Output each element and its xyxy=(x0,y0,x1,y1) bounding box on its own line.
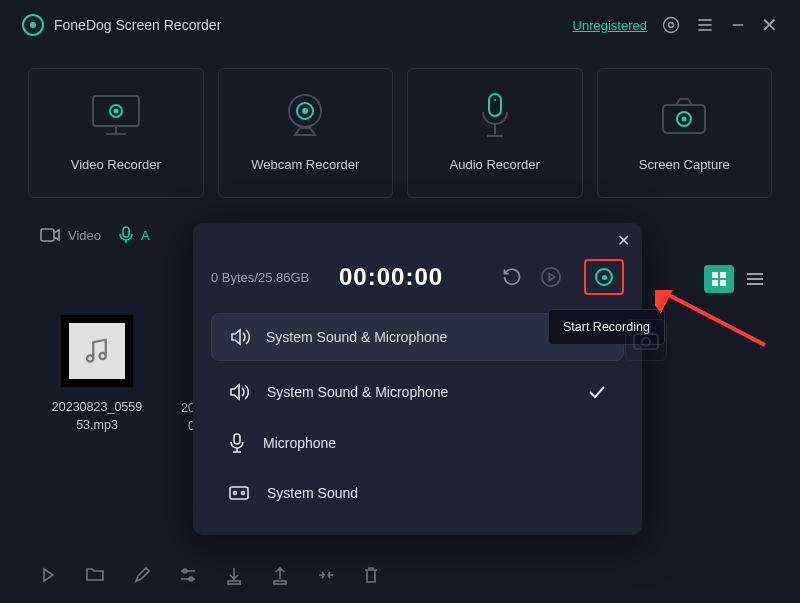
audio-source-dropdown: System Sound & Microphone Microphone Sys… xyxy=(211,367,624,517)
tab-audio-label: A xyxy=(141,228,150,243)
webcam-toggle-button[interactable] xyxy=(625,319,667,361)
svg-point-0 xyxy=(669,23,674,28)
folder-icon[interactable] xyxy=(86,567,104,585)
app-title: FoneDog Screen Recorder xyxy=(54,17,221,33)
check-icon xyxy=(588,385,606,399)
close-icon[interactable]: ✕ xyxy=(761,15,778,35)
sliders-icon[interactable] xyxy=(180,567,196,585)
record-icon xyxy=(595,268,613,286)
play-icon[interactable] xyxy=(40,567,56,585)
svg-line-48 xyxy=(663,292,765,345)
compress-icon[interactable] xyxy=(318,567,334,585)
svg-rect-45 xyxy=(230,487,248,499)
svg-rect-25 xyxy=(720,272,726,278)
svg-point-47 xyxy=(242,492,245,495)
svg-rect-24 xyxy=(712,272,718,278)
start-recording-button[interactable] xyxy=(584,259,624,295)
unregistered-link[interactable]: Unregistered xyxy=(573,18,647,33)
mode-webcam-label: Webcam Recorder xyxy=(251,157,359,172)
minimize-icon[interactable] xyxy=(729,16,747,34)
mode-video-label: Video Recorder xyxy=(71,157,161,172)
view-list-button[interactable] xyxy=(740,265,770,293)
edit-icon[interactable] xyxy=(134,567,150,585)
svg-rect-38 xyxy=(274,581,286,584)
recording-panel: ✕ 0 Bytes/25.86GB 00:00:00 Start Recordi… xyxy=(193,223,642,535)
mode-webcam-recorder[interactable]: Webcam Recorder xyxy=(218,68,394,198)
mode-audio-recorder[interactable]: Audio Recorder xyxy=(407,68,583,198)
tab-video-label: Video xyxy=(68,228,101,243)
option-system-label: System Sound xyxy=(267,485,358,501)
reset-icon[interactable] xyxy=(502,267,522,287)
settings-icon[interactable] xyxy=(661,15,681,35)
play-circle-icon[interactable] xyxy=(540,266,562,288)
file-thumbnail xyxy=(61,315,133,387)
svg-point-31 xyxy=(87,355,93,361)
svg-point-13 xyxy=(302,108,308,114)
file-name-label: 20230823_0559 53.mp3 xyxy=(42,399,152,434)
svg-point-20 xyxy=(682,116,687,121)
trash-icon[interactable] xyxy=(364,567,378,585)
file-item[interactable]: 20230823_0559 53.mp3 xyxy=(42,315,152,434)
audio-source-selected: System Sound & Microphone xyxy=(266,329,447,345)
mode-audio-label: Audio Recorder xyxy=(450,157,540,172)
microphone-icon xyxy=(475,95,515,137)
option-microphone[interactable]: Microphone xyxy=(211,417,624,469)
annotation-red-arrow xyxy=(655,290,775,355)
option-system-sound[interactable]: System Sound xyxy=(211,469,624,517)
tab-audio[interactable]: A xyxy=(119,226,150,244)
svg-point-15 xyxy=(494,99,496,101)
svg-rect-21 xyxy=(41,229,54,241)
view-grid-button[interactable] xyxy=(704,265,734,293)
mode-capture-label: Screen Capture xyxy=(639,157,730,172)
option-both-label: System Sound & Microphone xyxy=(267,384,448,400)
svg-rect-14 xyxy=(489,94,501,116)
svg-rect-27 xyxy=(720,280,726,286)
panel-close-icon[interactable]: ✕ xyxy=(617,231,630,250)
svg-rect-37 xyxy=(228,581,240,584)
storage-status: 0 Bytes/25.86GB xyxy=(211,270,321,285)
share-icon[interactable] xyxy=(272,567,288,585)
svg-rect-22 xyxy=(123,227,129,237)
svg-rect-26 xyxy=(712,280,718,286)
monitor-icon xyxy=(88,95,144,137)
svg-point-41 xyxy=(642,338,650,346)
svg-point-1 xyxy=(664,18,679,33)
app-logo-icon xyxy=(22,14,44,36)
svg-point-39 xyxy=(542,268,560,286)
menu-icon[interactable] xyxy=(695,15,715,35)
webcam-icon xyxy=(280,95,330,137)
download-icon[interactable] xyxy=(226,567,242,585)
svg-point-46 xyxy=(234,492,237,495)
mode-screen-capture[interactable]: Screen Capture xyxy=(597,68,773,198)
svg-rect-42 xyxy=(234,434,240,444)
timer-display: 00:00:00 xyxy=(339,263,443,291)
svg-point-10 xyxy=(113,108,118,113)
svg-point-32 xyxy=(100,353,106,359)
camera-icon xyxy=(658,95,710,137)
option-mic-label: Microphone xyxy=(263,435,336,451)
tab-video[interactable]: Video xyxy=(40,228,101,243)
mode-video-recorder[interactable]: Video Recorder xyxy=(28,68,204,198)
option-system-and-mic[interactable]: System Sound & Microphone xyxy=(211,367,624,417)
